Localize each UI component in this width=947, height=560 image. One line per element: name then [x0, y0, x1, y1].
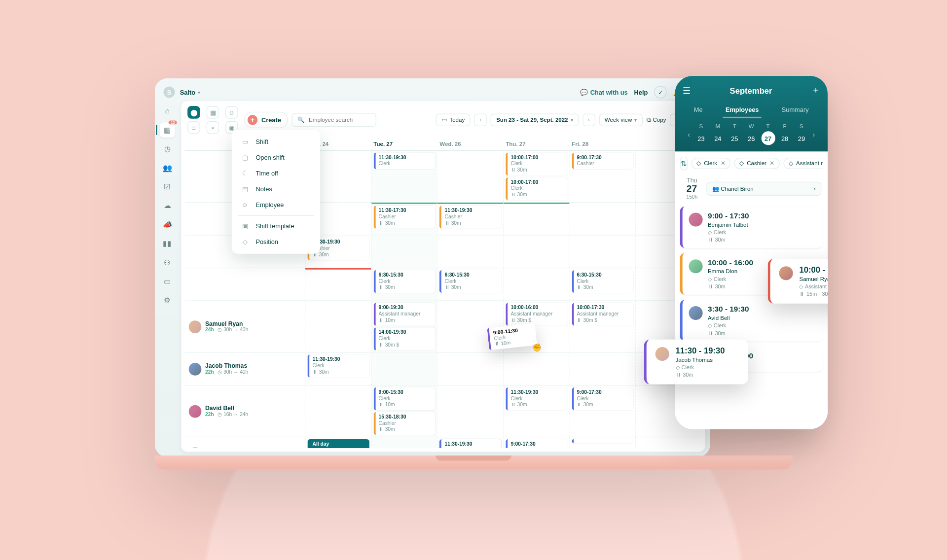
- view-list-toggle[interactable]: ≡: [187, 121, 200, 134]
- schedule-cell[interactable]: 9:00-15:30Clerk⏸ 10m15:30-18:30Cashier⏸ …: [371, 385, 437, 437]
- schedule-cell[interactable]: [371, 236, 437, 268]
- shift-card[interactable]: 6:30-15:30Clerk⏸ 30m: [439, 270, 501, 293]
- shift-card[interactable]: 9:00-17:30Clerk⏸ 30m: [506, 439, 567, 448]
- mobile-tab-summary[interactable]: Summary: [779, 102, 811, 118]
- next-week-mobile[interactable]: ›: [811, 130, 816, 139]
- view-network-toggle[interactable]: ⚬: [207, 121, 219, 134]
- shift-card[interactable]: 11:30-17:30Cashier⏸ 30m: [373, 206, 435, 228]
- view-grid-toggle[interactable]: ▦: [207, 106, 219, 119]
- schedule-cell[interactable]: [371, 437, 437, 448]
- copy-button[interactable]: ⧉ Copy: [647, 116, 666, 123]
- add-icon[interactable]: ＋: [811, 85, 820, 96]
- schedule-cell[interactable]: 11:30-19:30Clerk⏸ 30m: [503, 385, 569, 437]
- mobile-day[interactable]: M24: [711, 123, 725, 145]
- menu-item-open-shift[interactable]: ▢Open shift: [232, 149, 320, 165]
- mobile-chip-clerk[interactable]: ◇ Clerk ✕: [692, 158, 730, 169]
- nav-schedule[interactable]: ▦10: [160, 122, 175, 138]
- search-input[interactable]: [308, 116, 371, 124]
- menu-item-employee[interactable]: ☺Employee: [232, 197, 320, 212]
- schedule-cell[interactable]: [503, 268, 569, 300]
- shift-card[interactable]: 10:00-17:30Assistant manager⏸ 30m $: [572, 303, 633, 325]
- schedule-cell[interactable]: All day☾ Vacation: [305, 437, 371, 448]
- schedule-cell[interactable]: 9:00-19:30Assistant manager⏸ 10m14:00-19…: [371, 301, 437, 352]
- mobile-float-card-1[interactable]: 10:00 - 16:00 Samuel Ryan ◇ Assistant ma…: [767, 259, 828, 304]
- schedule-cell[interactable]: [635, 437, 701, 448]
- schedule-cell[interactable]: 11:30-19:30Clerk: [371, 151, 437, 202]
- schedule-cell[interactable]: 11:30-19:30Clerk⏸ 30m: [305, 353, 371, 385]
- mobile-day[interactable]: T25: [728, 123, 741, 145]
- workspace-selector[interactable]: Salto: [180, 89, 195, 96]
- mobile-chip-cashier[interactable]: ◇ Cashier ✕: [734, 158, 780, 169]
- schedule-cell[interactable]: [569, 236, 635, 268]
- schedule-cell[interactable]: 11:30-17:30Cashier⏸ 30m: [371, 203, 437, 235]
- nav-messages[interactable]: ☁: [160, 198, 175, 213]
- prev-week-mobile[interactable]: ‹: [686, 130, 691, 139]
- schedule-cell[interactable]: [569, 203, 635, 235]
- nav-reports[interactable]: ▮▮: [160, 236, 175, 251]
- next-week-button[interactable]: ›: [583, 113, 595, 126]
- shift-card[interactable]: 14:00-19:30Clerk⏸ 30m $: [373, 327, 435, 350]
- mobile-tab-me[interactable]: Me: [692, 102, 705, 118]
- employee-cell[interactable]: Samuel Ryan 24h◷ 30h → 40h: [185, 301, 305, 352]
- mobile-month[interactable]: September: [730, 86, 772, 95]
- hamburger-icon[interactable]: ☰: [683, 85, 691, 95]
- schedule-cell[interactable]: [503, 353, 569, 385]
- schedule-cell[interactable]: 11:30-19:30Cashier⏸ 30m: [437, 203, 503, 235]
- view-user-toggle[interactable]: ☺: [225, 106, 238, 119]
- chat-link[interactable]: 💬 Chat with us: [580, 89, 628, 96]
- schedule-cell[interactable]: [437, 353, 503, 385]
- schedule-cell[interactable]: 6:30-15:30Clerk⏸ 30m: [371, 268, 437, 300]
- employee-search[interactable]: 🔍: [292, 113, 377, 127]
- shift-card[interactable]: 9:00-17:30Cashier: [572, 153, 633, 169]
- mobile-shift-card[interactable]: 9:00 - 17:30 Benjamin Talbot ◇ Clerk ⏸ 3…: [680, 207, 823, 248]
- employee-cell[interactable]: Jacob Thomas 22h◷ 30h → 40h: [185, 353, 305, 385]
- nav-org[interactable]: ⚇: [160, 255, 175, 270]
- schedule-cell[interactable]: 9:00-17:30Clerk⏸ 30m: [569, 385, 635, 437]
- shift-card[interactable]: 6:30-15:30Clerk⏸ 30m: [572, 270, 633, 293]
- nav-people[interactable]: 👥: [160, 160, 175, 175]
- create-button[interactable]: + Create: [244, 112, 288, 128]
- schedule-cell[interactable]: 6:30-15:30Clerk⏸ 30m: [569, 268, 635, 300]
- nav-settings[interactable]: ⚙: [160, 293, 175, 308]
- mobile-tab-employees[interactable]: Employees: [723, 102, 762, 118]
- mobile-day[interactable]: S23: [694, 123, 708, 145]
- schedule-cell[interactable]: [569, 353, 635, 385]
- schedule-cell[interactable]: [437, 236, 503, 268]
- menu-item-shift-template[interactable]: ▣Shift template: [232, 218, 320, 234]
- schedule-cell[interactable]: 9:00-17:30Clerk⏸ 30m: [503, 437, 569, 448]
- schedule-cell[interactable]: [305, 385, 371, 437]
- nav-announce[interactable]: 📣: [160, 217, 175, 232]
- schedule-cell[interactable]: [371, 353, 437, 385]
- shift-card[interactable]: 11:30-19:30Clerk⏸ 30m: [506, 387, 567, 410]
- schedule-cell[interactable]: [503, 236, 569, 268]
- shift-card[interactable]: [572, 439, 633, 443]
- schedule-cell[interactable]: [503, 203, 569, 235]
- shift-card[interactable]: 9:00-17:30Clerk⏸ 30m: [572, 387, 633, 410]
- shift-card[interactable]: 10:00-17:00Clerk⏸ 30m: [506, 153, 567, 175]
- mobile-day[interactable]: W26: [744, 123, 758, 145]
- employee-cell[interactable]: Benjamin Talbot 29h◷ 35h → 40h: [185, 437, 305, 448]
- nav-billing[interactable]: ▭: [160, 274, 175, 289]
- employee-cell[interactable]: David Bell 22h◷ 16h → 24h: [185, 385, 305, 437]
- schedule-cell[interactable]: [305, 268, 371, 300]
- view-map-toggle[interactable]: ⬤: [187, 106, 200, 119]
- shift-card[interactable]: 11:30-19:30Clerk: [373, 153, 435, 169]
- shift-card[interactable]: 9:00-19:30Assistant manager⏸ 10m: [373, 303, 435, 325]
- schedule-cell[interactable]: 11:30-19:30Clerk⏸ Forklift: [437, 437, 503, 448]
- shift-card[interactable]: 11:30-19:30Clerk⏸ 30m: [307, 354, 369, 377]
- menu-item-time-off[interactable]: ☾Time off: [232, 165, 320, 181]
- shift-card[interactable]: 10:00-17:00Clerk⏸ 30m: [506, 177, 567, 200]
- close-icon[interactable]: ✕: [721, 160, 726, 167]
- schedule-cell[interactable]: 9:00-17:30Cashier: [569, 151, 635, 202]
- menu-item-notes[interactable]: ▤Notes: [232, 181, 320, 197]
- approve-button[interactable]: ✓: [654, 86, 667, 99]
- shift-card[interactable]: 10:00-16:00Assistant manager⏸ 30m $: [506, 303, 567, 325]
- menu-item-shift[interactable]: ▭Shift: [232, 134, 320, 149]
- shift-card[interactable]: All day☾ Vacation: [307, 439, 369, 448]
- schedule-cell[interactable]: 10:00-17:30Assistant manager⏸ 30m $: [569, 301, 635, 352]
- shift-card[interactable]: 11:30-19:30Cashier⏸ 30m: [439, 206, 501, 228]
- prev-week-button[interactable]: ‹: [474, 113, 487, 126]
- schedule-cell[interactable]: 10:00-17:00Clerk⏸ 30m10:00-17:00Clerk⏸ 3…: [503, 151, 569, 202]
- shift-card[interactable]: 15:30-18:30Cashier⏸ 30m: [373, 412, 435, 435]
- shift-card[interactable]: 9:00-15:30Clerk⏸ 10m: [373, 387, 435, 410]
